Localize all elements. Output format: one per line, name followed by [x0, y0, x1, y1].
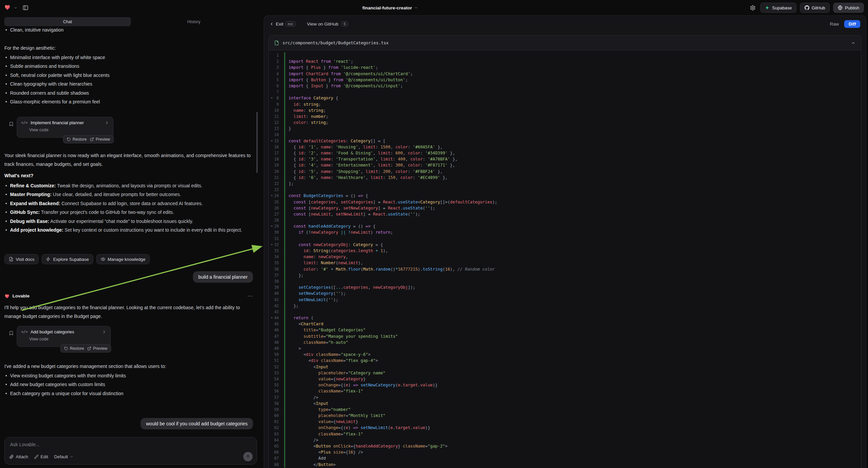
- code-line-text: };: [285, 303, 299, 309]
- code-line-text: <div className="space-y-6">: [285, 351, 370, 357]
- code-line: 18 { id: '3', name: 'Transportation', li…: [269, 156, 861, 162]
- explore-supabase-label: Explore Supabase: [53, 257, 89, 262]
- code-line-text: };: [285, 272, 303, 278]
- line-number: 4: [269, 71, 284, 77]
- publish-button[interactable]: Publish: [833, 3, 864, 13]
- fold-toggle-icon[interactable]: [271, 226, 273, 227]
- supabase-bolt-icon: [765, 5, 770, 10]
- version-title: Add budget categories: [31, 329, 74, 334]
- code-line-text: type="number": [285, 407, 351, 413]
- explore-supabase-button[interactable]: Explore Supabase: [41, 254, 93, 264]
- file-header[interactable]: src/components/budget/BudgetCategories.t…: [269, 36, 861, 50]
- settings-gear-icon[interactable]: [750, 5, 755, 11]
- code-line: 42 };: [269, 303, 861, 309]
- logo-chevron-down-icon[interactable]: [14, 6, 18, 10]
- diff-added-gutter: [284, 150, 285, 156]
- project-switcher[interactable]: financial-future-creator: [362, 5, 418, 10]
- visit-docs-button[interactable]: Visit docs: [4, 254, 39, 264]
- chat-tabs: Chat History: [4, 17, 257, 26]
- fold-toggle-icon[interactable]: [271, 244, 273, 245]
- message-options-icon[interactable]: ⋯: [247, 293, 253, 299]
- line-number: 67: [269, 455, 284, 461]
- bookmark-icon[interactable]: [9, 121, 14, 126]
- exit-button[interactable]: Exit esc: [270, 21, 296, 27]
- tip-item: Expand with Backend: Connect Supabase to…: [4, 199, 253, 208]
- code-line: 41 setNewLimit('');: [269, 297, 861, 303]
- sidebar-toggle-icon[interactable]: [23, 5, 29, 11]
- restore-button[interactable]: Restore: [67, 137, 87, 142]
- collapse-file-icon[interactable]: [851, 40, 856, 45]
- line-number: 29: [269, 223, 284, 229]
- line-number: 8: [269, 95, 284, 101]
- diff-added-gutter: [284, 217, 285, 223]
- composer: Attach Edit Default: [4, 437, 257, 465]
- code-line: 7: [269, 89, 861, 95]
- code-line: 8interface Category {: [269, 95, 861, 101]
- diff-added-gutter: [284, 175, 285, 181]
- code-line-text: [285, 309, 288, 315]
- code-line-text: <div className="flex gap-4">: [285, 357, 378, 363]
- view-code-link[interactable]: View code: [21, 337, 106, 342]
- line-number: 32: [269, 242, 284, 248]
- code-line-text: <Button onClick={handleAddCategory} clas…: [285, 443, 447, 449]
- line-number: 12: [269, 119, 284, 125]
- diff-added-gutter: [284, 309, 285, 315]
- fold-toggle-icon[interactable]: [271, 140, 273, 142]
- diff-added-gutter: [284, 394, 285, 401]
- code-line-text: id: string;: [285, 101, 321, 108]
- version-card[interactable]: </> Implement financial planner View cod…: [17, 117, 114, 138]
- mode-select[interactable]: Default: [54, 454, 73, 459]
- chat-scrollbar[interactable]: [256, 112, 258, 173]
- diff-added-gutter: [284, 229, 285, 235]
- diff-added-gutter: [284, 254, 285, 260]
- supabase-button[interactable]: Supabase: [760, 3, 797, 13]
- view-code-link[interactable]: View code: [21, 127, 109, 132]
- bookmark-icon[interactable]: [9, 331, 14, 336]
- lovable-heart-icon: [4, 293, 10, 298]
- line-number: 36: [269, 266, 284, 272]
- code-card: src/components/budget/BudgetCategories.t…: [269, 35, 861, 468]
- globe-icon: [838, 5, 842, 10]
- github-button[interactable]: GitHub: [800, 3, 830, 13]
- diff-added-gutter: [284, 77, 285, 83]
- restore-button[interactable]: Restore: [64, 346, 84, 351]
- diff-added-gutter: [284, 144, 285, 150]
- code-line-text: [285, 52, 288, 58]
- diff-added-gutter: [284, 193, 285, 199]
- view-on-github-link[interactable]: View on GitHub 6: [307, 21, 348, 27]
- code-line: 53 placeholder="Category name": [269, 370, 861, 376]
- code-line: 55 onChange={(e) => setNewCategory(e.tar…: [269, 382, 861, 388]
- code-line: 63 className="flex-1": [269, 431, 861, 437]
- fold-toggle-icon[interactable]: [271, 317, 273, 319]
- tab-history[interactable]: History: [131, 17, 257, 26]
- attach-button[interactable]: Attach: [9, 454, 28, 459]
- tab-chat[interactable]: Chat: [4, 17, 131, 26]
- list-item: Minimalist interface with plenty of whit…: [4, 53, 253, 62]
- version-card[interactable]: </> Add budget categories View code Rest…: [17, 326, 111, 347]
- raw-toggle[interactable]: Raw: [830, 22, 839, 27]
- diff-toggle[interactable]: Diff: [844, 20, 860, 28]
- design-list: Minimalist interface with plenty of whit…: [4, 53, 253, 106]
- code-line-text: setNewLimit('');: [285, 297, 338, 303]
- project-chevron-down-icon: [414, 6, 418, 10]
- code-line: 35 limit: Number(newLimit),: [269, 260, 861, 266]
- attach-label: Attach: [16, 454, 28, 459]
- code-line-text: const handleAddCategory = () => {: [285, 223, 375, 229]
- fold-toggle-icon[interactable]: [271, 195, 273, 196]
- restore-label: Restore: [70, 346, 84, 351]
- lovable-logo-icon[interactable]: [4, 4, 11, 11]
- line-number: 54: [269, 376, 284, 382]
- chat-input[interactable]: [10, 442, 167, 447]
- preview-button[interactable]: Preview: [87, 346, 107, 351]
- send-button[interactable]: [243, 452, 253, 461]
- line-number: 39: [269, 284, 284, 290]
- manage-knowledge-button[interactable]: Manage knowledge: [96, 254, 150, 264]
- line-number: 25: [269, 199, 284, 205]
- line-number: 16: [269, 144, 284, 150]
- line-number: 22: [269, 181, 284, 187]
- diff-added-gutter: [284, 351, 285, 357]
- line-number: 3: [269, 64, 284, 70]
- preview-button[interactable]: Preview: [90, 137, 110, 142]
- fold-toggle-icon[interactable]: [271, 97, 273, 99]
- edit-button[interactable]: Edit: [34, 454, 48, 459]
